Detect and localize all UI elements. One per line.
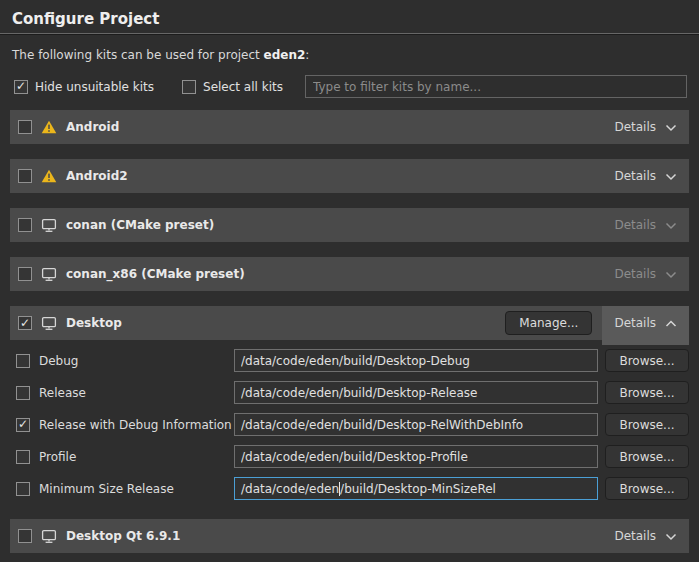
project-name: eden2 [264,48,306,62]
details-toggle-disabled: Details [614,218,677,232]
chevron-up-icon [665,320,677,328]
desktop-icon [41,529,57,544]
desktop-icon [41,316,57,331]
kit-checkbox[interactable] [18,529,32,543]
details-toggle[interactable]: Details [614,169,677,183]
browse-button[interactable]: Browse... [605,381,689,404]
details-toggle[interactable]: Details [614,120,677,134]
build-config-label: Debug [39,354,78,368]
hide-unsuitable-kits-label: Hide unsuitable kits [35,80,154,94]
build-dir-input[interactable] [234,413,598,436]
details-toggle[interactable]: Details [614,316,677,330]
kit-name: Desktop [66,316,122,330]
details-label: Details [614,120,656,134]
warning-icon [41,169,57,183]
chevron-down-icon [665,533,677,541]
intro-text: The following kits can be used for proje… [12,48,687,62]
header-divider-shadow [0,34,699,35]
build-dir-input[interactable] [234,445,598,468]
kit-checkbox[interactable] [18,120,32,134]
build-config-checkbox[interactable] [16,418,30,432]
kit-name: conan_x86 (CMake preset) [66,267,245,281]
build-config-row-relwithdebinfo: Release with Debug Information Browse... [10,413,689,436]
build-config-row-profile: Profile Browse... [10,445,689,468]
kit-name: Android [66,120,119,134]
build-config-label: Release [39,386,86,400]
build-config-label: Release with Debug Information [39,418,232,432]
kit-name: Android2 [66,169,128,183]
kit-checkbox[interactable] [18,316,32,330]
kit-row-conan: conan (CMake preset) Details [10,208,689,242]
details-label: Details [614,169,656,183]
kit-checkbox[interactable] [18,267,32,281]
browse-button[interactable]: Browse... [605,477,689,500]
kit-filter-toolbar: Hide unsuitable kits Select all kits [14,75,687,98]
build-dir-input[interactable] [234,349,598,372]
build-config-row-release: Release Browse... [10,381,689,404]
kit-name: conan (CMake preset) [66,218,214,232]
kit-checkbox[interactable] [18,169,32,183]
build-config-checkbox[interactable] [16,482,30,496]
build-config-label: Profile [39,450,76,464]
details-label: Details [614,218,656,232]
details-label: Details [614,316,656,330]
chevron-down-icon [665,173,677,181]
kit-row-android: Android Details [10,110,689,144]
kit-row-desktop: Desktop Manage... Details [10,306,689,340]
details-label: Details [614,529,656,543]
build-config-row-minsizerel: Minimum Size Release /data/code/eden/bui… [10,477,689,500]
build-config-label: Minimum Size Release [39,482,174,496]
build-dir-input[interactable] [234,381,598,404]
chevron-down-icon [665,124,677,132]
build-config-checkbox[interactable] [16,386,30,400]
browse-button[interactable]: Browse... [605,349,689,372]
build-dir-input-focused[interactable]: /data/code/eden/build/Desktop-MinSizeRel [234,477,598,500]
desktop-build-configs: Debug Browse... Release Browse... Releas… [10,340,689,502]
hide-unsuitable-kits-checkbox[interactable]: Hide unsuitable kits [14,80,154,94]
details-label: Details [614,267,656,281]
kit-row-desktop-qt: Desktop Qt 6.9.1 Details [10,519,689,553]
browse-button[interactable]: Browse... [605,445,689,468]
warning-icon [41,120,57,134]
kit-list: Android Details Android2 Details conan ( [0,110,699,553]
checkbox-unchecked-icon [182,80,196,94]
page-title: Configure Project [0,0,699,33]
build-config-row-debug: Debug Browse... [10,349,689,372]
build-config-checkbox[interactable] [16,450,30,464]
select-all-kits-label: Select all kits [203,80,283,94]
checkbox-checked-icon [14,80,28,94]
details-zone-active: Details [602,306,689,340]
desktop-icon [41,218,57,233]
browse-button[interactable]: Browse... [605,413,689,436]
build-config-checkbox[interactable] [16,354,30,368]
chevron-down-icon [665,271,677,279]
manage-kits-button[interactable]: Manage... [505,311,592,335]
desktop-icon [41,267,57,282]
kit-row-android2: Android2 Details [10,159,689,193]
select-all-kits-checkbox[interactable]: Select all kits [182,80,283,94]
kit-row-conan-x86: conan_x86 (CMake preset) Details [10,257,689,291]
details-toggle-disabled: Details [614,267,677,281]
details-toggle[interactable]: Details [614,529,677,543]
kit-name: Desktop Qt 6.9.1 [66,529,180,543]
chevron-down-icon [665,222,677,230]
kit-filter-input[interactable] [305,75,687,98]
kit-checkbox[interactable] [18,218,32,232]
